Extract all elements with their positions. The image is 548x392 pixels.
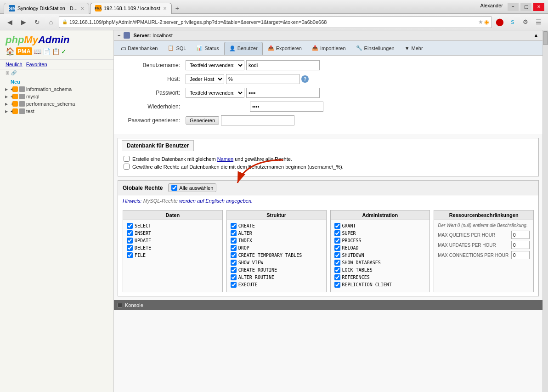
check-icon[interactable]: ✓ <box>61 48 67 55</box>
menu-button[interactable]: ☰ <box>532 16 544 28</box>
address-bar-input[interactable] <box>69 19 476 25</box>
hint-link[interactable]: MySQL-Rechte <box>143 198 178 204</box>
tools-icon[interactable]: ⚙ <box>520 16 531 28</box>
cb-execute[interactable] <box>231 282 237 288</box>
host-row: Host: Jeder Host ? <box>121 74 535 84</box>
host-select[interactable]: Jeder Host <box>186 74 224 84</box>
datenbank-section-inner: Datenbank für Benutzer <box>118 138 538 151</box>
select-all-checkbox[interactable] <box>171 185 177 191</box>
minimize-button[interactable]: − <box>508 3 519 11</box>
minimize-content-icon[interactable]: − <box>118 33 120 38</box>
favoriten-link[interactable]: Favoriten <box>26 62 47 67</box>
resize-handle[interactable]: ⊞ <box>6 70 9 75</box>
checkbox-1[interactable] <box>124 156 130 162</box>
db-item-mysql[interactable]: ▶ + mysql <box>0 93 113 100</box>
cb-select[interactable] <box>127 223 133 229</box>
cb-create-routine[interactable] <box>231 267 237 273</box>
tab-status[interactable]: 📊 Status <box>191 42 224 55</box>
perm-update-label: UPDATE <box>135 238 151 243</box>
tab-datenbanken[interactable]: 🗃 Datenbanken <box>116 42 163 55</box>
checkbox-2[interactable] <box>124 164 130 170</box>
generieren-button[interactable]: Generieren <box>186 116 219 125</box>
benutzername-select[interactable]: Textfeld verwenden: <box>186 60 244 70</box>
db-item-information-schema[interactable]: ▶ + information_schema <box>0 85 113 93</box>
passwort-gen-row: Passwort generieren: Generieren <box>121 115 535 125</box>
cb-shutdown[interactable] <box>334 252 340 258</box>
right-scrollbar[interactable] <box>542 30 548 392</box>
bookmark-icon[interactable]: ★ <box>478 19 483 25</box>
cb-index[interactable] <box>231 238 237 244</box>
import-tab-icon: 📥 <box>312 45 318 51</box>
cb-process[interactable] <box>334 238 340 244</box>
collapse-icon[interactable]: ▲ <box>533 32 539 39</box>
cb-show-view[interactable] <box>231 260 237 266</box>
tab-synology[interactable]: DSM Synology DiskStation - D... ✕ <box>4 3 89 14</box>
home-button[interactable]: ⌂ <box>45 16 57 28</box>
select-all-label[interactable]: Alle auswählen <box>168 183 216 192</box>
wiki-icon[interactable]: 📄 <box>43 48 51 55</box>
reload-button[interactable]: ↻ <box>31 16 43 28</box>
cb-create-temp[interactable] <box>231 252 237 258</box>
host-info-icon[interactable]: ? <box>301 75 309 83</box>
cb-reload[interactable] <box>334 245 340 251</box>
tab-pma-close[interactable]: ✕ <box>163 6 167 11</box>
perm-ressourcen: Ressourcenbeschränkungen Der Wert 0 (nul… <box>434 210 534 292</box>
generated-password-input[interactable] <box>221 115 294 125</box>
cb-lock-tables[interactable] <box>334 267 340 273</box>
resource-updates-input[interactable] <box>511 241 530 249</box>
checkbox-1-link[interactable]: Namen <box>217 156 233 162</box>
list-icon[interactable]: 📋 <box>52 48 60 55</box>
forward-button[interactable]: ▶ <box>17 16 29 28</box>
address-bar-container[interactable]: 🔒 ★ ◉ <box>59 16 492 28</box>
perm-alter: ALTER <box>231 230 322 236</box>
resource-connections-input[interactable] <box>511 251 530 259</box>
docs-icon[interactable]: 📖 <box>34 48 41 55</box>
cb-replication-client[interactable] <box>334 282 340 288</box>
host-input[interactable] <box>226 74 299 84</box>
cb-create[interactable] <box>231 223 237 229</box>
perm-insert-label: INSERT <box>135 231 151 236</box>
new-tab-button[interactable]: + <box>173 3 182 14</box>
neulich-link[interactable]: Neulich <box>6 62 23 67</box>
cb-show-dbs[interactable] <box>334 260 340 266</box>
synology-icon[interactable]: S <box>507 16 519 28</box>
new-db-item[interactable]: Neu <box>0 78 113 85</box>
cb-delete[interactable] <box>127 245 133 251</box>
tab-mehr[interactable]: ▼ Mehr <box>400 42 428 55</box>
tab-pma[interactable]: PMA 192.168.1.109 / localhost ✕ <box>90 3 172 14</box>
synology-favicon: DSM <box>9 5 15 11</box>
stop-button[interactable]: ⬤ <box>494 16 506 28</box>
cb-alter-routine[interactable] <box>231 274 237 280</box>
cb-grant[interactable] <box>334 223 340 229</box>
tab-exportieren[interactable]: 📤 Exportieren <box>263 42 307 55</box>
scrollbar-thumb[interactable] <box>543 31 548 45</box>
perm-super: SUPER <box>334 230 426 236</box>
tab-synology-close[interactable]: ✕ <box>80 6 84 11</box>
benutzername-input[interactable] <box>246 60 320 70</box>
db-item-performance-schema[interactable]: ▶ + performance_schema <box>0 100 113 108</box>
cb-alter[interactable] <box>231 230 237 236</box>
home-icon[interactable]: 🏠 <box>6 47 15 56</box>
cb-references[interactable] <box>334 274 340 280</box>
passwort-input[interactable] <box>246 88 320 98</box>
maximize-button[interactable]: ▢ <box>520 3 531 11</box>
tab-einstellungen[interactable]: 🔧 Einstellungen <box>351 42 400 55</box>
cb-insert[interactable] <box>127 230 133 236</box>
back-button[interactable]: ◀ <box>4 16 16 28</box>
resource-queries-input[interactable] <box>511 231 530 239</box>
tab-importieren[interactable]: 📥 Importieren <box>307 42 351 55</box>
cb-file[interactable] <box>127 252 133 258</box>
passwort-select[interactable]: Textfeld verwenden: <box>186 88 244 98</box>
cb-update[interactable] <box>127 238 133 244</box>
close-button[interactable]: ✕ <box>533 3 544 11</box>
tab-sql[interactable]: 📋 SQL <box>163 42 191 55</box>
cb-drop[interactable] <box>231 245 237 251</box>
rss-icon[interactable]: ◉ <box>484 19 489 25</box>
db-item-test[interactable]: ▶ + test <box>0 108 113 115</box>
tab-benutzer[interactable]: 👤 Benutzer <box>224 42 263 55</box>
browser-tabs: DSM Synology DiskStation - D... ✕ PMA 19… <box>4 0 182 14</box>
konsole-bar[interactable]: Konsole <box>114 300 542 310</box>
permissions-grid: Daten SELECT INSERT UPDATE DELETE FILE S… <box>118 206 538 296</box>
wiederholen-input[interactable] <box>250 102 323 112</box>
cb-super[interactable] <box>334 230 340 236</box>
